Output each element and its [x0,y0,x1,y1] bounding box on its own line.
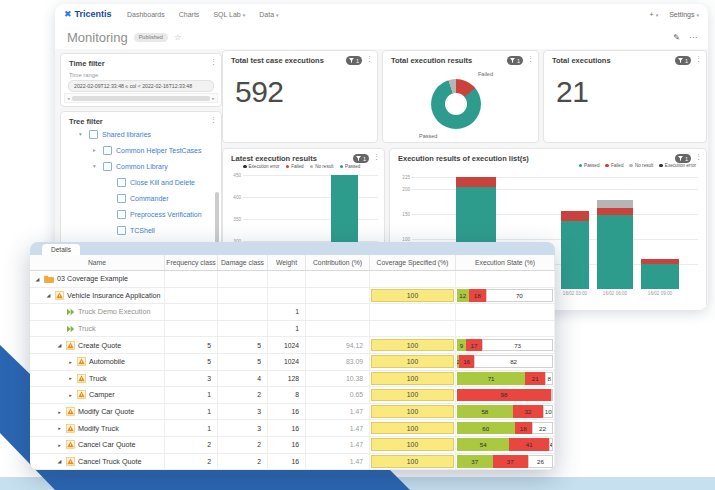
row-name: Vehicle Insurance Application [67,291,161,300]
legend-item-failed[interactable]: Failed [605,163,623,168]
column-header-damage-class[interactable]: Damage class [218,255,268,270]
legend-item-execution-error[interactable]: Execution error [659,163,696,168]
kebab-menu-icon[interactable]: ⋮ [527,55,534,63]
time-range-value[interactable]: 2022-02-09T12:33:48 ≤ col < 2022-02-16T1… [68,80,214,92]
tree-filter-item[interactable]: Preprocess Verification [107,208,202,220]
horizontal-scrollbar[interactable]: ◂ ▸ [64,93,218,103]
legend-item-no-result[interactable]: No result [629,163,653,168]
table-row[interactable]: ◢03 Coverage Example [30,271,555,288]
legend-item-failed[interactable]: Failed [286,164,304,169]
row-collapsed-icon[interactable]: ▸ [67,375,74,381]
filter-count-badge[interactable]: 1 [675,154,691,163]
row-collapsed-icon[interactable]: ▸ [56,425,63,431]
legend-label: No result [635,163,653,168]
collapsed-caret-icon[interactable]: ▸ [93,147,99,153]
favorite-star-icon[interactable]: ☆ [174,33,181,42]
kebab-menu-icon[interactable]: ⋮ [695,153,702,161]
column-header-contribution-[interactable]: Contribution (%) [306,255,370,270]
table-row[interactable]: ▸Modify Car Quote13161.47100583210 [30,404,555,421]
checkbox[interactable] [117,178,126,187]
filter-count-badge[interactable]: 1 [507,56,523,65]
row-collapsed-icon[interactable]: ▸ [67,392,74,398]
expanded-caret-icon[interactable]: ▾ [93,163,99,169]
kebab-menu-icon[interactable]: ⋮ [373,153,380,161]
tree-item-label: Common Helper TestCases [116,147,201,154]
scroll-left-icon[interactable]: ◂ [65,96,72,101]
nav-item-data[interactable]: Data▾ [259,11,278,18]
expanded-caret-icon[interactable]: ▾ [79,131,85,137]
legend-item-execution-error[interactable]: Execution error [243,164,280,169]
legend-dot [579,164,583,168]
column-header-execution-state-[interactable]: Execution State (%) [456,255,555,270]
chart-legend: Execution errorFailedNo resultPassed [243,164,360,169]
kebab-menu-icon[interactable]: ⋮ [210,58,217,66]
chart-legend: PassedFailedNo resultExecution error [579,163,696,168]
new-button[interactable]: +▾ [650,11,659,18]
table-row[interactable]: Truck1 [30,321,555,338]
table-row[interactable]: Truck Demo Execution1 [30,304,555,321]
filter-count-badge[interactable]: 1 [353,154,369,163]
table-row[interactable]: ◢Cancel Truck Quote22161.47100373726 [30,454,555,470]
checkbox[interactable] [103,162,112,171]
column-header-name[interactable]: Name [30,255,165,270]
tree-filter-item[interactable]: Commander [107,192,169,204]
edit-pencil-icon[interactable]: ✎ [673,33,680,42]
more-options-icon[interactable]: ⋯ [689,33,698,42]
checkbox[interactable] [103,146,112,155]
donut-chart[interactable] [431,79,481,129]
tree-filter-item[interactable]: ▸Common Helper TestCases [93,144,201,156]
row-collapsed-icon[interactable]: ▸ [67,359,74,365]
row-expanded-icon[interactable]: ◢ [56,458,63,464]
checkbox[interactable] [117,226,126,235]
filter-count-badge[interactable]: 1 [346,56,362,65]
column-header-weight[interactable]: Weight [268,255,306,270]
published-badge[interactable]: Published [134,33,168,42]
legend-item-no-result[interactable]: No result [310,164,334,169]
cell-contribution [306,271,370,287]
tree-filter-item[interactable]: ▾Shared libraries [79,128,151,140]
table-row[interactable]: ◢Vehicle Insurance Application100121870 [30,288,555,305]
kebab-menu-icon[interactable]: ⋮ [210,116,217,124]
warning-icon-wrap [77,390,86,399]
table-row[interactable]: ▸Modify Truck13161.47100601822 [30,420,555,437]
scroll-right-icon[interactable]: ▸ [210,96,217,101]
row-expanded-icon[interactable]: ◢ [45,292,52,298]
cell-name: ▸Camper [30,387,165,403]
nav-item-charts[interactable]: Charts [179,11,200,18]
table-row[interactable]: ▸Truck3412810.3810071218 [30,371,555,388]
tricentis-logo[interactable]: ✖ Tricentis [64,9,112,19]
table-row[interactable]: ▸Automobile55102483.0910021682 [30,354,555,371]
row-expanded-icon[interactable]: ◢ [56,342,63,348]
row-expanded-icon[interactable]: ◢ [34,276,41,282]
tree-filter-item[interactable]: Close Kill and Delete [107,176,195,188]
scrollbar-thumb[interactable] [72,96,210,101]
nav-item-sql-lab[interactable]: SQL Lab▾ [213,11,245,18]
coverage-value: 100 [371,339,454,352]
tree-filter-item[interactable]: ▾Common Library [93,160,168,172]
vertical-scrollbar[interactable] [215,192,219,247]
details-panel: Details NameFrequency classDamage classW… [30,242,555,470]
legend-item-passed[interactable]: Passed [579,163,600,168]
table-row[interactable]: ▸Cancel Car Quote22161.4710054414 [30,437,555,454]
legend-item-passed[interactable]: Passed [340,164,361,169]
filter-count-badge[interactable]: 1 [675,56,691,65]
checkbox[interactable] [89,130,98,139]
y-axis-tick: 400 [225,195,241,200]
table-row[interactable]: ▸Camper1280.65100982 [30,387,555,404]
nav-item-dashboards[interactable]: Dashboards [127,11,165,18]
y-axis-tick: 450 [225,173,241,178]
tab-details[interactable]: Details [42,244,80,255]
table-row[interactable]: ◢Create Quote55102494.1210091773 [30,337,555,354]
kebab-menu-icon[interactable]: ⋮ [695,55,702,63]
tree-filter-item[interactable]: TCShell [107,224,155,236]
column-header-frequency-class[interactable]: Frequency class [165,255,218,270]
coverage-value: 100 [371,389,454,402]
kebab-menu-icon[interactable]: ⋮ [366,55,373,63]
row-collapsed-icon[interactable]: ▸ [56,409,63,415]
checkbox[interactable] [117,194,126,203]
card-title: Total test case executions [231,56,324,65]
settings-menu[interactable]: Settings▾ [669,11,699,18]
column-header-coverage-specified-[interactable]: Coverage Specified (%) [370,255,456,270]
checkbox[interactable] [117,210,126,219]
row-collapsed-icon[interactable]: ▸ [56,442,63,448]
